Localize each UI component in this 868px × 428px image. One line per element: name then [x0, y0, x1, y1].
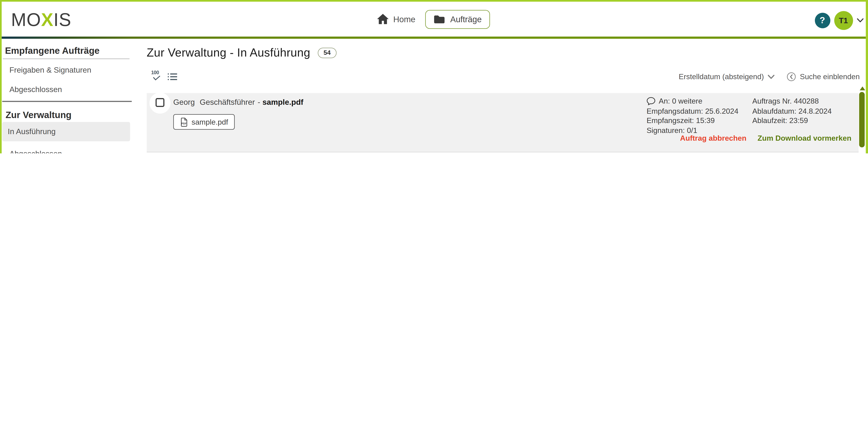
scrollbar-thumb[interactable] [859, 92, 864, 147]
row-name: Georg Geschäftsführer [173, 97, 255, 107]
top-bar: MOXIS Home Aufträge ? T1 [2, 2, 865, 36]
toolbar-right: Erstelldatum (absteigend) Suche einblend… [679, 72, 860, 81]
sidebar-item-freigaben-signaturen[interactable]: Freigaben & Signaturen [9, 65, 91, 75]
search-toggle-label: Suche einblenden [800, 73, 860, 81]
sidebar-divider [2, 101, 132, 102]
speech-bubble-icon [647, 97, 655, 106]
header-divider-gradient [2, 36, 865, 39]
attachment-label: sample.pdf [191, 118, 228, 126]
help-button[interactable]: ? [815, 13, 830, 28]
header-right: ? T1 [815, 2, 863, 36]
title-row: Zur Verwaltung - In Ausführung 54 [147, 46, 337, 59]
order-row[interactable]: Georg Geschäftsführer-sample.pdf PDF sam… [147, 93, 859, 152]
list-view-icon[interactable] [168, 73, 177, 80]
count-badge: 54 [317, 48, 337, 58]
pdf-file-icon: PDF [180, 117, 188, 126]
select-100-icon[interactable]: 100 [151, 70, 163, 80]
sidebar-section-empfangene: Empfangene Aufträge [5, 46, 99, 56]
application-window: MOXIS Home Aufträge ? T1 Empfangene Auft… [0, 0, 868, 153]
page-title: Zur Verwaltung - In Ausführung [147, 46, 310, 59]
page-border-right [865, 0, 868, 153]
meta-expiry-date: Ablaufdatum: 24.8.2024 [752, 106, 832, 116]
logo-text: MO [11, 9, 41, 30]
meta-left-column: An: 0 weitere Empfangsdatum: 25.6.2024 E… [647, 96, 738, 136]
scrollbar-up-arrow[interactable] [860, 87, 865, 90]
show-search-icon [786, 72, 796, 81]
meta-received-time: Empfangszeit: 15:39 [647, 116, 715, 125]
page-border-top [0, 0, 868, 2]
help-glyph: ? [819, 16, 825, 25]
page-border-left [0, 0, 2, 153]
sidebar-item-in-ausfuehrung[interactable]: In Ausführung [2, 122, 130, 141]
logo-text-2: IS [54, 9, 71, 30]
sort-chevron-down-icon [768, 75, 774, 79]
sidebar-section-zur-verwaltung: Zur Verwaltung [5, 110, 71, 120]
svg-text:PDF: PDF [181, 122, 187, 125]
meta-expiry-time: Ablaufzeit: 23:59 [752, 116, 808, 125]
logo-accent-x: X [41, 9, 54, 30]
main-nav: Home Aufträge [377, 2, 490, 36]
order-list: Georg Geschäftsführer-sample.pdf PDF sam… [147, 93, 859, 153]
main-content: Zur Verwaltung - In Ausführung 54 100 Er… [138, 39, 866, 153]
meta-right-column: Auftrags Nr. 440288 Ablaufdatum: 24.8.20… [752, 96, 832, 125]
nav-auftraege[interactable]: Aufträge [425, 10, 490, 29]
row-actions: Auftrag abbrechenZum Download vormerken [680, 134, 851, 142]
row-title: Georg Geschäftsführer-sample.pdf [173, 97, 303, 107]
meta-order-no: Auftrags Nr. 440288 [752, 96, 819, 106]
meta-received-date: Empfangsdatum: 25.6.2024 [647, 106, 738, 116]
user-avatar-button[interactable]: T1 [834, 11, 853, 30]
user-menu-chevron-down-icon[interactable] [857, 18, 863, 23]
nav-home-label: Home [393, 15, 415, 24]
row-document: sample.pdf [262, 97, 303, 107]
action-confirm[interactable]: Zum Download vormerken [757, 134, 851, 142]
sidebar-underline [3, 58, 130, 59]
attachment-chip[interactable]: PDF sample.pdf [173, 114, 235, 130]
row-dash: - [258, 97, 260, 107]
user-initials: T1 [839, 16, 848, 25]
action-danger[interactable]: Auftrag abbrechen [680, 134, 746, 142]
sidebar: Empfangene Aufträge Freigaben & Signatur… [2, 39, 138, 153]
sort-dropdown[interactable]: Erstelldatum (absteigend) [679, 73, 774, 81]
sidebar-item-abgeschlossen-1[interactable]: Abgeschlossen [9, 85, 62, 94]
order-row[interactable]: GA Georg Sign-Dokument_Mehrfachvisualisi… [147, 152, 859, 153]
toolbar-left: 100 [151, 70, 177, 80]
meta-recipients: An: 0 weitere [659, 96, 702, 106]
sort-label: Erstelldatum (absteigend) [679, 73, 764, 81]
search-toggle[interactable]: Suche einblenden [786, 72, 860, 81]
nav-auftraege-label: Aufträge [451, 15, 482, 24]
row-checkbox[interactable] [156, 98, 164, 107]
home-icon [377, 14, 389, 24]
moxis-logo: MOXIS [11, 9, 71, 30]
nav-home[interactable]: Home [377, 14, 415, 24]
sidebar-item-abgeschlossen-2[interactable]: Abgeschlossen [9, 149, 62, 153]
folder-icon [434, 15, 445, 24]
